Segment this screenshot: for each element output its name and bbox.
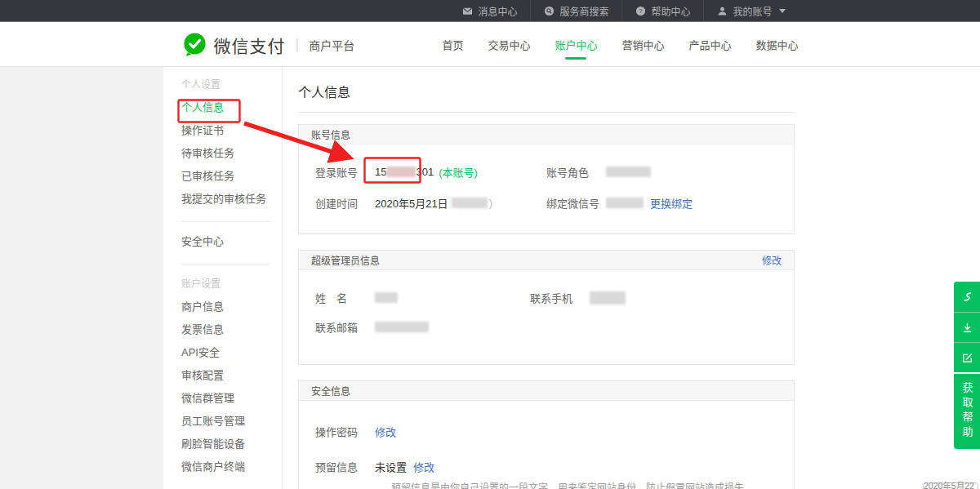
panel-title: 安全信息 [311,384,350,398]
redacted-contact-email [375,322,429,332]
reserved-info-status: 未设置 [375,459,407,474]
mail-icon [462,6,473,16]
redacted-admin-name [375,292,398,303]
get-help-label: 获取帮助 [960,382,975,441]
created-time-value: 2020年5月21日) [375,195,492,211]
redacted-login-middle [386,167,416,177]
sidebar-item-pending-review-tasks[interactable]: 待审核任务 [181,142,282,165]
download-icon [961,322,973,334]
redacted-account-role [606,167,651,177]
page-title: 个人信息 [298,82,795,101]
user-icon [717,6,728,16]
merchant-platform-page: 消息中心 服务商搜索 ? 帮助中心 我的账号 [0,0,980,489]
chevron-down-icon [779,9,786,13]
nav-home[interactable]: 首页 [442,22,463,67]
sidebar-item-my-submitted-tasks[interactable]: 我提交的审核任务 [181,188,282,211]
brand-name: 微信支付 [214,33,286,57]
topbar: 消息中心 服务商搜索 ? 帮助中心 我的账号 [0,0,980,22]
password-edit-link[interactable]: 修改 [375,424,396,439]
sidebar-item-security-center[interactable]: 安全中心 [181,230,282,253]
bound-wechat-label: 绑定微信号 [546,195,606,211]
topbar-item-label: 我的账号 [733,4,772,18]
sidebar-item-operation-certificate[interactable]: 操作证书 [181,119,282,142]
portal-label: 商户平台 [309,37,354,53]
link-icon [961,291,973,303]
login-account-value: 15301 [375,166,434,178]
sidebar-item-personal-info[interactable]: 个人信息 [181,96,282,119]
sidebar-item-wechat-merchant-terminal[interactable]: 微信商户终端 [181,456,282,478]
operation-password-label: 操作密码 [315,424,375,439]
float-download-button[interactable] [954,312,980,342]
reserved-info-label: 预留信息 [315,459,375,474]
sidebar-item-wechat-group-mgmt[interactable]: 微信群管理 [181,387,282,410]
nav-account-center[interactable]: 账户中心 [555,22,597,67]
current-account-tag: (本账号) [439,164,478,180]
main-nav: 首页 交易中心 账户中心 营销中心 产品中心 数据中心 [442,22,798,67]
svg-text:?: ? [639,7,644,15]
sidebar-section-personal-settings: 个人设置 [181,73,282,96]
topbar-provider-search[interactable]: 服务商搜索 [530,0,621,21]
topbar-message-center[interactable]: 消息中心 [449,0,530,21]
topbar-item-label: 服务商搜索 [559,4,608,18]
header: 微信支付 | 商户平台 首页 交易中心 账户中心 营销中心 产品中心 数据中心 [0,22,980,67]
floating-help-rail: 获取帮助 [954,282,980,449]
nav-data-center[interactable]: 数据中心 [755,22,798,67]
nav-product-center[interactable]: 产品中心 [688,22,731,67]
left-gutter [0,67,163,489]
main-content: 个人信息 账号信息 登录账号 15301 (本账号) 账号角色 [298,67,795,489]
created-time-label: 创建时间 [315,195,375,211]
panel-title: 超级管理员信息 [311,253,380,267]
reserved-edit-link[interactable]: 修改 [413,459,434,474]
redacted-contact-phone [590,291,626,305]
login-account-label: 登录账号 [315,164,375,180]
date-tooltip: 2020年5月22日 [923,482,978,489]
topbar-my-account[interactable]: 我的账号 [703,0,798,21]
topbar-item-label: 消息中心 [478,4,517,18]
topbar-help-center[interactable]: ? 帮助中心 [621,0,703,21]
contact-phone-label: 联系手机 [530,290,590,305]
rebind-link[interactable]: 更换绑定 [650,195,693,211]
redacted-wechat-id [606,198,644,208]
edit-icon [961,352,973,364]
sidebar-divider [181,221,270,222]
name-label: 姓 名 [315,290,375,305]
sidebar-item-face-device[interactable]: 刷脸智能设备 [181,433,282,456]
sidebar-item-review-config[interactable]: 审核配置 [181,364,282,387]
brand-divider: | [296,36,300,53]
contact-email-label: 联系邮箱 [315,319,375,335]
wechat-pay-logo-icon [182,32,207,57]
brand: 微信支付 | 商户平台 [182,32,355,57]
account-info-panel: 账号信息 登录账号 15301 (本账号) 账号角色 [298,124,795,234]
topbar-item-label: 帮助中心 [651,4,690,18]
sidebar-item-api-security[interactable]: API安全 [181,341,282,364]
super-admin-panel: 超级管理员信息 修改 姓 名 联系手机 联系邮箱 [298,250,795,365]
sidebar-item-merchant-info[interactable]: 商户信息 [181,296,282,318]
admin-edit-link[interactable]: 修改 [762,253,782,267]
nav-transaction-center[interactable]: 交易中心 [488,22,530,67]
search-icon [544,6,555,16]
help-icon: ? [635,6,646,16]
sidebar-item-invoice-info[interactable]: 发票信息 [181,318,282,341]
get-help-button[interactable]: 获取帮助 [954,374,980,449]
float-feedback-button[interactable] [954,342,980,372]
sidebar-item-reviewed-tasks[interactable]: 已审核任务 [181,165,282,188]
panel-title: 账号信息 [311,127,350,141]
security-info-panel: 安全信息 操作密码 修改 预留信息 未设置 修改 预留 [298,380,795,489]
redacted-created-time [452,198,488,208]
nav-marketing-center[interactable]: 营销中心 [621,22,664,67]
sidebar: 个人设置 个人信息 操作证书 待审核任务 已审核任务 我提交的审核任务 安全中心… [163,67,283,489]
sidebar-section-account-settings: 账户设置 [181,273,282,296]
sidebar-divider [181,264,270,265]
sidebar-item-staff-account-mgmt[interactable]: 员工账号管理 [181,410,282,433]
float-link-button[interactable] [954,282,980,312]
account-role-label: 账号角色 [546,164,606,180]
title-divider [298,112,795,113]
reserved-info-description: 预留信息是由你自己设置的一段文字，用来鉴定网站身份，防止假冒网站造成损失。 配置… [391,481,777,489]
